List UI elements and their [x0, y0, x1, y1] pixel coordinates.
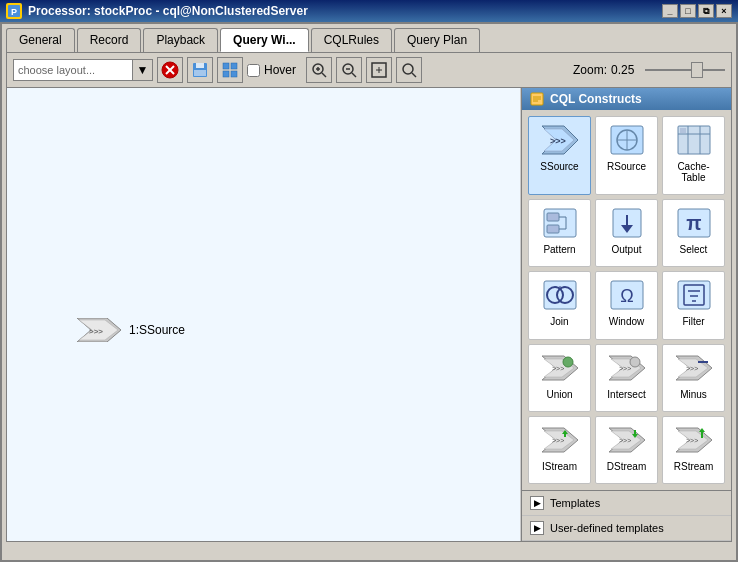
cql-item-select[interactable]: π Select [662, 199, 725, 267]
cql-item-filter[interactable]: Filter [662, 271, 725, 339]
hover-checkbox[interactable] [247, 64, 260, 77]
hover-label: Hover [264, 63, 296, 77]
cql-item-join[interactable]: Join [528, 271, 591, 339]
cql-item-minus[interactable]: >>> Minus [662, 344, 725, 412]
svg-line-17 [352, 73, 356, 77]
minimize-button[interactable]: _ [662, 4, 678, 18]
canvas-area: >>> 1:SSource CQL Constructs [7, 88, 731, 541]
zoom-label: Zoom: [573, 63, 607, 77]
svg-point-68 [563, 357, 573, 367]
svg-rect-7 [194, 70, 206, 76]
cql-item-filter-label: Filter [682, 316, 704, 327]
window-icon: Ω [608, 276, 646, 314]
minus-icon: >>> [675, 349, 713, 387]
cql-item-pattern[interactable]: Pattern [528, 199, 591, 267]
zoom-in-button[interactable] [306, 57, 332, 83]
toolbar: choose layout... ▼ [7, 53, 731, 88]
zoom-value: 0.25 [611, 63, 641, 77]
svg-text:>>>: >>> [619, 437, 631, 444]
fit-button[interactable] [366, 57, 392, 83]
cql-item-rsource-label: RSource [607, 161, 646, 172]
ssource-node[interactable]: >>> 1:SSource [77, 318, 185, 342]
cql-item-cachetable-label: Cache-Table [667, 161, 720, 183]
cql-item-istream[interactable]: >>> IStream [528, 416, 591, 484]
svg-rect-42 [680, 128, 686, 133]
cql-constructs-grid: >>> SSource [522, 110, 731, 490]
cql-item-ssource[interactable]: >>> SSource [528, 116, 591, 195]
cql-item-union[interactable]: >>> Union [528, 344, 591, 412]
cql-item-intersect-label: Intersect [607, 389, 645, 400]
hover-checkbox-group: Hover [247, 63, 296, 77]
cql-panel: CQL Constructs >>> SSource [521, 88, 731, 541]
svg-text:π: π [686, 212, 701, 234]
rsource-icon [608, 121, 646, 159]
svg-text:>>>: >>> [619, 365, 631, 372]
layout-label: choose layout... [18, 64, 95, 76]
templates-icon: ▶ [530, 496, 544, 510]
output-icon [608, 204, 646, 242]
zoom-slider[interactable] [645, 60, 725, 80]
cachetable-icon [675, 121, 713, 159]
cql-item-rstream-label: RStream [674, 461, 713, 472]
tab-queryplan[interactable]: Query Plan [394, 28, 480, 52]
svg-rect-44 [547, 213, 559, 221]
dstream-icon: >>> [608, 421, 646, 459]
join-icon [541, 276, 579, 314]
app-icon: P [6, 3, 22, 19]
cql-panel-header: CQL Constructs [522, 88, 731, 110]
query-canvas[interactable]: >>> 1:SSource [7, 88, 521, 541]
svg-point-22 [403, 64, 413, 74]
restore-button[interactable]: ⧉ [698, 4, 714, 18]
templates-item-templates[interactable]: ▶ Templates [522, 491, 731, 516]
svg-text:>>>: >>> [552, 365, 564, 372]
tab-playback[interactable]: Playback [143, 28, 218, 52]
cql-item-window[interactable]: Ω Window [595, 271, 658, 339]
svg-point-72 [630, 357, 640, 367]
maximize-button[interactable]: □ [680, 4, 696, 18]
templates-section: ▶ Templates ▶ User-defined templates [522, 490, 731, 541]
rstream-icon: >>> [675, 421, 713, 459]
cql-item-istream-label: IStream [542, 461, 577, 472]
tab-cqlrules[interactable]: CQLRules [311, 28, 392, 52]
svg-text:>>>: >>> [552, 437, 564, 444]
cql-item-ssource-label: SSource [540, 161, 578, 172]
svg-text:>>>: >>> [686, 437, 698, 444]
user-defined-templates-icon: ▶ [530, 521, 544, 535]
cql-item-intersect[interactable]: >>> Intersect [595, 344, 658, 412]
title-bar: P Processor: stockProc - cql@NonClustere… [0, 0, 738, 22]
cql-item-pattern-label: Pattern [543, 244, 575, 255]
zoom-slider-thumb [691, 62, 703, 78]
cql-item-cachetable[interactable]: Cache-Table [662, 116, 725, 195]
search-button[interactable] [396, 57, 422, 83]
save-button[interactable] [187, 57, 213, 83]
tab-record[interactable]: Record [77, 28, 142, 52]
content-area: choose layout... ▼ [6, 52, 732, 542]
svg-rect-9 [231, 63, 237, 69]
svg-text:>>>: >>> [550, 136, 566, 146]
svg-line-13 [322, 73, 326, 77]
layout-select[interactable]: choose layout... [13, 59, 133, 81]
cql-panel-title: CQL Constructs [550, 92, 642, 106]
cql-item-rsource[interactable]: RSource [595, 116, 658, 195]
ssource-icon: >>> [541, 121, 579, 159]
tab-bar: General Record Playback Query Wi... CQLR… [2, 24, 736, 52]
tab-querywi[interactable]: Query Wi... [220, 28, 309, 52]
layout-dropdown-arrow[interactable]: ▼ [133, 59, 153, 81]
tab-general[interactable]: General [6, 28, 75, 52]
close-button[interactable]: × [716, 4, 732, 18]
cql-item-rstream[interactable]: >>> RStream [662, 416, 725, 484]
templates-item-user-defined[interactable]: ▶ User-defined templates [522, 516, 731, 541]
main-window: General Record Playback Query Wi... CQLR… [0, 22, 738, 562]
svg-line-23 [412, 73, 416, 77]
cql-item-union-label: Union [546, 389, 572, 400]
grid-button[interactable] [217, 57, 243, 83]
cql-panel-header-icon [530, 92, 544, 106]
zoom-slider-track [645, 69, 725, 71]
cql-item-output[interactable]: Output [595, 199, 658, 267]
cql-item-dstream[interactable]: >>> DStream [595, 416, 658, 484]
delete-button[interactable] [157, 57, 183, 83]
ssource-node-icon: >>> [77, 318, 121, 342]
svg-rect-45 [547, 225, 559, 233]
templates-label: Templates [550, 497, 600, 509]
zoom-out-button[interactable] [336, 57, 362, 83]
